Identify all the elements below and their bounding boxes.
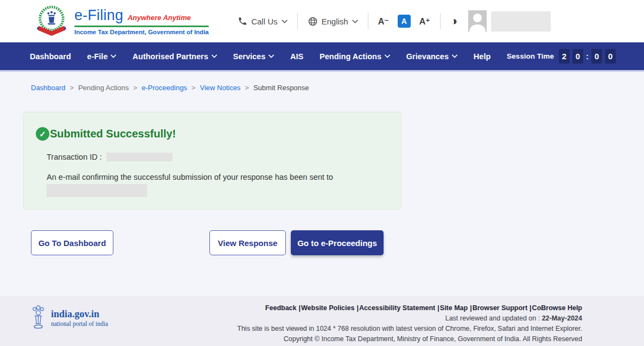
brand-name: e-Filing	[74, 7, 123, 24]
font-decrease-button[interactable]: A⁻	[378, 16, 389, 27]
nav-item-authorised-partners[interactable]: Authorised Partners	[132, 52, 216, 61]
session-colon: :	[586, 52, 589, 61]
breadcrumb-current-submit-response: Submit Response	[253, 84, 309, 92]
breadcrumb-separator: >	[133, 84, 137, 92]
font-size-controls: A⁻ A A⁺	[378, 15, 430, 28]
nav-item-dashboard[interactable]: Dashboard	[30, 52, 71, 61]
go-to-eproceedings-button[interactable]: Go to e-Proceedings	[291, 230, 384, 255]
brand-subtitle: Income Tax Department, Government of Ind…	[74, 29, 209, 35]
nav-item-services[interactable]: Services	[233, 52, 275, 61]
breadcrumb-link-view-notices[interactable]: View Notices	[200, 84, 240, 92]
main-content: Dashboard > Pending Actions > e-Proceedi…	[0, 72, 644, 296]
action-buttons: Go To Dashboard View Response Go to e-Pr…	[31, 230, 384, 255]
nav-item-ais[interactable]: AIS	[290, 52, 303, 61]
call-us-label: Call Us	[251, 17, 277, 26]
session-digit: 0	[591, 49, 602, 64]
footer-link-website-policies[interactable]: Website Policies	[301, 304, 354, 312]
language-label: English	[322, 17, 348, 26]
brand-green-divider	[74, 26, 209, 27]
breadcrumb-separator: >	[70, 84, 74, 92]
footer-link-separator: |	[530, 304, 532, 312]
session-timer: Session Time 2 0 : 0 0	[507, 49, 616, 64]
call-us-menu[interactable]: Call Us	[238, 16, 287, 26]
chevron-down-icon	[452, 54, 457, 58]
session-time-label: Session Time	[507, 52, 554, 60]
chevron-down-icon	[111, 54, 116, 58]
footer-link-separator: |	[437, 304, 439, 312]
footer-reviewed-row: Last reviewed and updated on : 22-May-20…	[237, 313, 582, 324]
user-menu[interactable]	[468, 10, 551, 32]
footer-best-viewed: This site is best viewed in 1024 * 768 r…	[237, 324, 582, 334]
user-avatar	[468, 10, 487, 32]
main-navigation: Dashboard e-File Authorised Partners Ser…	[0, 42, 644, 72]
session-digit: 0	[572, 49, 583, 64]
language-menu[interactable]: English	[308, 16, 358, 27]
session-digit: 2	[559, 49, 570, 64]
nav-item-grievances[interactable]: Grievances	[406, 52, 457, 61]
nav-item-e-file[interactable]: e-File	[87, 52, 117, 61]
header-controls: Call Us English A⁻ A A⁺ ◑	[238, 10, 551, 32]
font-normal-button[interactable]: A	[398, 15, 411, 28]
footer-link-cobrowse-help[interactable]: CoBrowse Help	[532, 304, 582, 312]
email-confirmation-message: An e-mail confirming the successful subm…	[47, 173, 401, 181]
chevron-down-icon	[212, 54, 217, 58]
success-check-icon: ✓	[36, 127, 49, 141]
footer-links-row: Feedback|Website Policies|Accessibility …	[237, 303, 582, 313]
breadcrumb-separator: >	[245, 84, 249, 92]
footer-text-block: Feedback|Website Policies|Accessibility …	[237, 303, 582, 344]
footer-link-separator: |	[470, 304, 472, 312]
breadcrumb-link-e-proceedings[interactable]: e-Proceedings	[142, 84, 187, 92]
phone-icon	[238, 16, 247, 26]
success-title: Submitted Successfully!	[50, 128, 176, 140]
portal-subtitle: national portal of india	[51, 320, 108, 327]
footer-link-accessibility-statement[interactable]: Accessibility Statement	[359, 304, 435, 312]
footer-copyright: Copyright © Income Tax Department, Minis…	[237, 334, 582, 344]
breadcrumb-separator: >	[192, 84, 196, 92]
chevron-down-icon	[352, 20, 358, 23]
contrast-toggle-icon[interactable]: ◑	[450, 15, 457, 27]
success-message-card: ✓ Submitted Successfully! Transaction ID…	[23, 112, 401, 210]
nav-item-pending-actions[interactable]: Pending Actions	[320, 52, 390, 61]
go-to-dashboard-button[interactable]: Go To Dashboard	[31, 230, 113, 255]
divider	[440, 13, 441, 29]
portal-name: india.gov.in	[51, 309, 108, 320]
session-digit: 0	[605, 49, 616, 64]
divider	[368, 13, 368, 29]
footer: india.gov.in national portal of india Fe…	[0, 296, 644, 346]
chevron-down-icon	[282, 20, 288, 23]
divider	[297, 13, 298, 29]
india-gov-portal-logo[interactable]: india.gov.in national portal of india	[31, 305, 108, 330]
footer-link-site-map[interactable]: Site Map	[440, 304, 468, 312]
nav-item-help[interactable]: Help	[474, 52, 490, 61]
footer-link-separator: |	[356, 304, 359, 312]
username-redacted	[491, 11, 551, 32]
breadcrumb: Dashboard > Pending Actions > e-Proceedi…	[0, 72, 644, 92]
brand-tagline: Anywhere Anytime	[127, 14, 191, 22]
footer-link-separator: |	[299, 304, 301, 312]
chevron-down-icon	[385, 54, 390, 58]
reviewed-label: Last reviewed and updated on :	[445, 314, 540, 322]
income-tax-department-emblem-icon	[36, 4, 67, 38]
transaction-id-label: Transaction ID :	[47, 153, 102, 161]
breadcrumb-item-pending-actions: Pending Actions	[78, 84, 129, 92]
footer-link-feedback[interactable]: Feedback	[265, 304, 297, 312]
ashoka-pillar-icon	[31, 305, 46, 330]
globe-icon	[308, 16, 318, 27]
email-address-redacted	[47, 184, 147, 197]
efiling-home-logo[interactable]: e-Filing Anywhere Anytime Income Tax Dep…	[36, 4, 209, 38]
header: e-Filing Anywhere Anytime Income Tax Dep…	[0, 0, 644, 42]
transaction-id-redacted	[106, 153, 173, 161]
chevron-down-icon	[269, 54, 274, 58]
breadcrumb-link-dashboard[interactable]: Dashboard	[31, 84, 66, 92]
view-response-button[interactable]: View Response	[209, 230, 286, 255]
font-increase-button[interactable]: A⁺	[419, 16, 430, 27]
reviewed-date: 22-May-2024	[542, 314, 582, 322]
footer-link-browser-support[interactable]: Browser Support	[473, 304, 527, 312]
